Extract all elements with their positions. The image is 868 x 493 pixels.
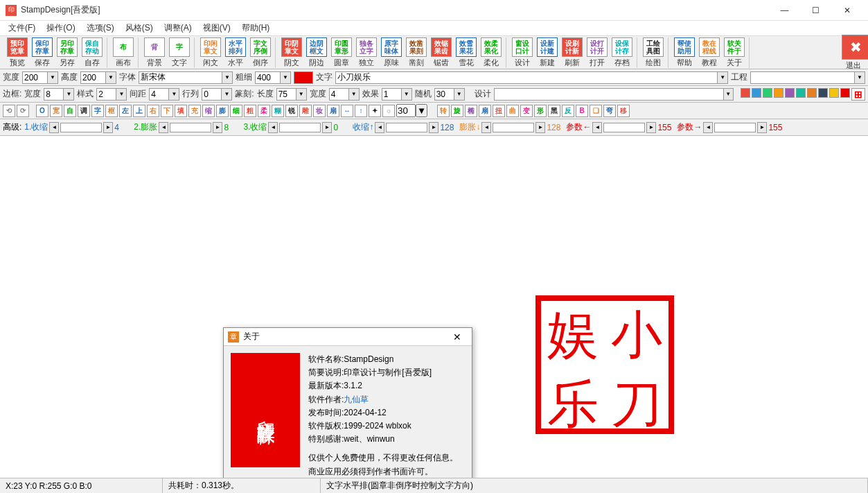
toolbar-button[interactable]: 字文 序倒倒序 [249,37,272,68]
toolbar-button[interactable]: 效雪 果花雪花 [454,37,478,68]
undo-redo-button[interactable]: ⟳ [17,105,29,117]
tool-button[interactable]: 扇 [327,105,339,117]
toolbar-button[interactable]: 窗设 口计设计 [511,37,534,68]
tool-button[interactable]: 左 [119,105,132,117]
toolbar-button[interactable]: 保自 存动自存 [80,37,104,68]
width-input[interactable] [22,71,47,84]
angle-input[interactable] [396,104,416,117]
length-input[interactable] [276,88,296,101]
toolbar-button[interactable]: 边阴 框文阴边 [305,37,328,68]
menu-item[interactable]: 选项(S) [81,21,120,35]
tool-button[interactable]: 糊 [272,105,284,117]
tool-button[interactable]: B [576,105,588,117]
tool-button[interactable]: ❑ [590,105,602,117]
width-dropdown[interactable]: ▼ [47,71,58,84]
toolbar-button[interactable]: 保印 存章保存 [30,37,54,68]
minimize-button[interactable]: — [769,0,800,21]
toolbar-button[interactable]: 原字 味体原味 [380,37,403,68]
tool-button[interactable]: 粗 [244,105,256,117]
toolbar-button[interactable]: 设保 计存存档 [610,37,634,68]
tool-button[interactable]: 黑 [548,105,560,117]
slider-s5[interactable]: 膨胀↓◄►128 [459,121,563,133]
project-input[interactable] [750,71,854,84]
tool-button[interactable]: 椭 [465,105,477,117]
tool-button[interactable]: 妆 [313,105,326,117]
color-swatch[interactable] [807,88,817,98]
height-input[interactable] [80,71,105,84]
dialog-close-button[interactable]: ✕ [447,331,468,343]
tool-button[interactable]: 扭 [493,105,505,117]
tool-button[interactable]: 柔 [258,105,270,117]
tool-button[interactable]: 框 [105,105,118,117]
text-dropdown[interactable]: ▼ [717,71,728,84]
tool-button[interactable]: 形 [534,105,547,117]
tool-button[interactable]: 调 [78,105,90,117]
toolbar-button[interactable]: 效柔 果化柔化 [479,37,503,68]
toolbar-button[interactable]: 布画布 [112,37,135,68]
menu-item[interactable]: 操作(O) [41,21,80,35]
slider-s2[interactable]: 2.膨胀◄►8 [134,121,240,133]
toolbar-button[interactable]: 另印 存章另存 [55,37,79,68]
toolbar-button[interactable]: 效凿 果刻凿刻 [405,37,428,68]
tool-button[interactable]: 字 [91,105,104,117]
tool-button[interactable]: 变 [520,105,533,117]
carve-width-input[interactable] [329,88,348,101]
random-input[interactable] [434,88,454,101]
tool-button[interactable]: 扇 [479,105,491,117]
color-swatch[interactable] [752,88,761,98]
tool-button[interactable]: 锐 [285,105,298,117]
tool-button[interactable]: 自 [64,105,76,117]
color-swatch[interactable] [829,88,839,98]
menu-item[interactable]: 文件(F) [3,21,41,35]
slider-s3[interactable]: 3.收缩◄►0 [243,121,350,133]
text-input[interactable] [335,71,717,84]
menu-item[interactable]: 帮助(H) [236,21,276,35]
tool-button[interactable]: 填 [175,105,187,117]
tool-button[interactable]: 下 [161,105,173,117]
toolbar-button[interactable]: 软关 件于关于 [723,37,746,68]
toolbar-button[interactable]: 独各 立字独立 [355,37,378,68]
color-swatch[interactable] [763,88,772,98]
style-input[interactable] [96,88,116,101]
canvas-area[interactable]: 娱小乐刀 章 关于 ✕ 印章設計軟件 软件名称: StampDesign简要说明… [0,136,868,493]
tool-button[interactable]: 充 [188,105,201,117]
color-picker[interactable] [294,71,313,84]
font-input[interactable] [139,71,222,84]
project-dropdown[interactable]: ▼ [854,71,865,84]
font-dropdown[interactable]: ▼ [222,71,233,84]
border-width-input[interactable] [44,88,63,101]
design-input[interactable] [494,88,723,101]
color-swatch[interactable] [785,88,795,98]
color-swatch[interactable] [796,88,806,98]
menu-item[interactable]: 视图(V) [197,21,236,35]
tool-button[interactable]: 反 [562,105,574,117]
toolbar-button[interactable]: 字文字 [168,37,191,68]
undo-redo-button[interactable]: ⟲ [3,105,15,117]
slider-s6[interactable]: 参数←◄►155 [566,121,674,133]
tool-button[interactable]: 曲 [506,105,519,117]
rowcol-input[interactable] [202,88,221,101]
toolbar-button[interactable]: 水平 排列水平 [224,37,247,68]
toolbar-button[interactable]: 设刷 计新刷新 [560,37,584,68]
height-dropdown[interactable]: ▼ [105,71,116,84]
color-swatch[interactable] [741,88,750,98]
exit-button[interactable]: ✖退出 [842,35,865,71]
gap-input[interactable] [149,88,168,101]
toolbar-button[interactable]: 效锯 果齿锯齿 [429,37,453,68]
toolbar-button[interactable]: 设打 计开打开 [585,37,609,68]
toolbar-button[interactable]: 印闲 章文闲文 [199,37,222,68]
tool-button[interactable]: 雕 [299,105,312,117]
color-swatch[interactable] [818,88,828,98]
toolbar-button[interactable]: 教在 程线教程 [698,37,721,68]
tool-button[interactable]: 缩 [202,105,215,117]
toolbar-button[interactable]: 工绘 具图绘图 [641,37,665,68]
tool-button[interactable]: 旋 [451,105,463,117]
tool-button[interactable]: 宽 [50,105,62,117]
tool-button[interactable]: 弯 [603,105,616,117]
tool-button[interactable]: 右 [147,105,159,117]
tool-button[interactable]: ↔ [341,105,353,117]
toolbar-button[interactable]: 帮使 助用帮助 [673,37,696,68]
maximize-button[interactable]: ☐ [800,0,831,21]
toolbar-button[interactable]: 设新 计建新建 [535,37,559,68]
tool-button[interactable]: ↕ [355,105,367,117]
